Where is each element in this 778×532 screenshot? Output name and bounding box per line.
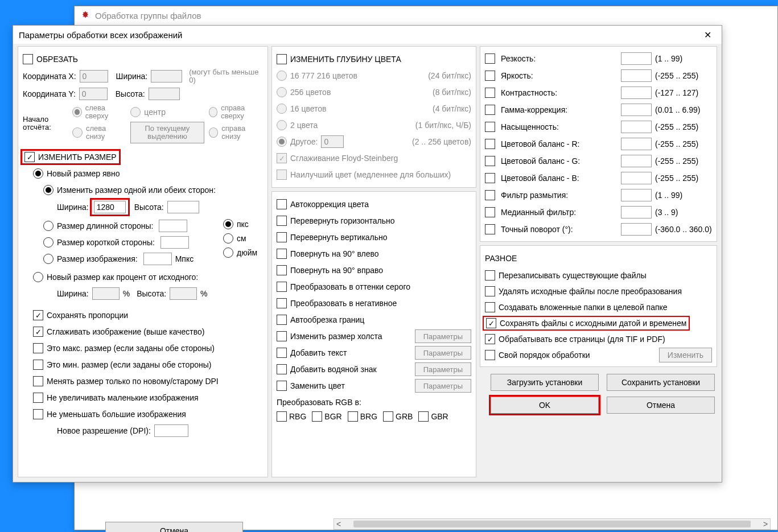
depth-checkbox[interactable] <box>277 54 287 64</box>
adj-sharpen-input[interactable] <box>621 52 652 65</box>
depth-fs-checkbox[interactable] <box>277 153 287 163</box>
adj-finerot-input[interactable] <box>621 223 652 236</box>
ok-button[interactable]: OK <box>491 397 599 414</box>
adj-median-input[interactable] <box>621 206 652 218</box>
scroll-left-icon[interactable]: < <box>334 519 343 529</box>
adj-cbr-input[interactable] <box>621 138 652 150</box>
depth-2-radio[interactable] <box>277 120 287 130</box>
origin-current-selection-button[interactable]: По текущему выделению <box>130 122 204 143</box>
unit-inch-radio[interactable] <box>223 248 233 258</box>
new-dpi-input[interactable] <box>154 424 188 437</box>
keep-ratio-checkbox[interactable] <box>33 310 43 320</box>
op-autocolor-checkbox[interactable] <box>277 199 287 209</box>
depth-16m-radio[interactable] <box>277 71 287 81</box>
op-wm-checkbox[interactable] <box>277 364 287 374</box>
op-rotl-checkbox[interactable] <box>277 249 287 259</box>
origin-tl-radio[interactable] <box>72 107 81 117</box>
resize-height-input[interactable] <box>167 201 199 213</box>
adj-gamma-checkbox[interactable] <box>485 105 495 115</box>
resize-percent-radio[interactable] <box>33 272 43 282</box>
resize-pct-width-input[interactable] <box>92 287 120 300</box>
adj-cbg-input[interactable] <box>621 155 652 167</box>
rgb-bgr-checkbox[interactable] <box>312 411 322 422</box>
misc-change-button[interactable]: Изменить <box>659 348 712 362</box>
unit-px-radio[interactable] <box>223 219 233 229</box>
op-fliph-checkbox[interactable] <box>277 216 287 226</box>
adj-contrast-input[interactable] <box>621 86 652 99</box>
misc-allpages-checkbox[interactable] <box>485 334 495 344</box>
horizontal-scrollbar[interactable]: < > <box>334 518 771 530</box>
op-replacecolor-checkbox[interactable] <box>277 381 287 391</box>
close-button[interactable]: ✕ <box>699 30 716 40</box>
resize-sides-radio[interactable] <box>43 185 53 195</box>
rgb-rbg-checkbox[interactable] <box>277 411 287 422</box>
adj-cbb-checkbox[interactable] <box>485 173 495 183</box>
dpi-only-checkbox[interactable] <box>33 376 43 386</box>
resize-pct-height-input[interactable] <box>170 287 197 300</box>
resize-longside-input[interactable] <box>159 220 187 232</box>
adj-sat-input[interactable] <box>621 121 652 133</box>
resize-imagesize-radio[interactable] <box>43 254 53 264</box>
origin-br-radio[interactable] <box>209 127 219 138</box>
rgb-grb-checkbox[interactable] <box>383 411 393 422</box>
scroll-right-icon[interactable]: > <box>761 519 770 529</box>
crop-height-input[interactable] <box>149 88 180 100</box>
no-enlarge-checkbox[interactable] <box>33 393 43 403</box>
cancel-button[interactable]: Отмена <box>607 397 715 414</box>
op-autocrop-checkbox[interactable] <box>277 315 287 325</box>
adj-cbr-checkbox[interactable] <box>485 139 495 149</box>
resize-explicit-radio[interactable] <box>33 168 43 179</box>
op-text-params-button[interactable]: Параметры <box>415 346 471 360</box>
op-rotr-checkbox[interactable] <box>277 265 287 275</box>
adj-blur-checkbox[interactable] <box>485 190 495 200</box>
adj-contrast-checkbox[interactable] <box>485 88 495 98</box>
resize-checkbox[interactable] <box>24 152 35 162</box>
adj-bright-input[interactable] <box>621 69 652 82</box>
origin-center-radio[interactable] <box>130 107 141 117</box>
adj-cbb-input[interactable] <box>621 172 652 184</box>
crop-x-input[interactable] <box>80 70 108 83</box>
misc-overwrite-checkbox[interactable] <box>485 270 495 281</box>
rgb-brg-checkbox[interactable] <box>348 411 358 422</box>
is-max-checkbox[interactable] <box>33 343 43 353</box>
resample-checkbox[interactable] <box>33 327 43 337</box>
depth-16-radio[interactable] <box>277 104 287 114</box>
no-shrink-checkbox[interactable] <box>33 409 43 419</box>
resize-shortside-input[interactable] <box>160 236 189 249</box>
op-wm-params-button[interactable]: Параметры <box>415 362 471 376</box>
crop-checkbox[interactable] <box>23 54 33 64</box>
adj-cbg-checkbox[interactable] <box>485 156 495 166</box>
resize-imagesize-input[interactable] <box>143 253 172 265</box>
unit-cm-radio[interactable] <box>223 233 233 244</box>
op-gray-checkbox[interactable] <box>277 282 287 292</box>
misc-deletesrc-checkbox[interactable] <box>485 286 495 296</box>
depth-256-radio[interactable] <box>277 87 287 97</box>
adj-finerot-checkbox[interactable] <box>485 224 495 234</box>
op-canvas-params-button[interactable]: Параметры <box>415 329 471 343</box>
depth-bestcolor-checkbox[interactable] <box>277 170 287 180</box>
op-flipv-checkbox[interactable] <box>277 232 287 242</box>
is-min-checkbox[interactable] <box>33 360 43 370</box>
rgb-gbr-checkbox[interactable] <box>418 411 429 422</box>
save-settings-button[interactable]: Сохранить установки <box>607 374 715 391</box>
resize-width-input[interactable] <box>94 201 126 213</box>
adj-sharpen-checkbox[interactable] <box>485 53 495 64</box>
scrollbar-thumb[interactable] <box>353 521 751 527</box>
op-neg-checkbox[interactable] <box>277 298 287 308</box>
depth-other-radio[interactable] <box>277 137 287 147</box>
origin-bl-radio[interactable] <box>72 127 83 138</box>
resize-longside-radio[interactable] <box>43 221 53 231</box>
depth-other-input[interactable] <box>321 135 344 148</box>
crop-width-input[interactable] <box>151 70 182 83</box>
crop-y-input[interactable] <box>79 88 108 100</box>
adj-median-checkbox[interactable] <box>485 207 495 217</box>
adj-blur-input[interactable] <box>621 189 652 201</box>
misc-keepdate-checkbox[interactable] <box>486 318 496 328</box>
origin-tr-radio[interactable] <box>209 107 218 117</box>
op-canvas-checkbox[interactable] <box>277 331 287 341</box>
adj-sat-checkbox[interactable] <box>485 122 495 132</box>
adj-gamma-input[interactable] <box>621 104 652 116</box>
adj-bright-checkbox[interactable] <box>485 71 495 81</box>
load-settings-button[interactable]: Загрузить установки <box>491 374 599 391</box>
op-text-checkbox[interactable] <box>277 348 287 358</box>
